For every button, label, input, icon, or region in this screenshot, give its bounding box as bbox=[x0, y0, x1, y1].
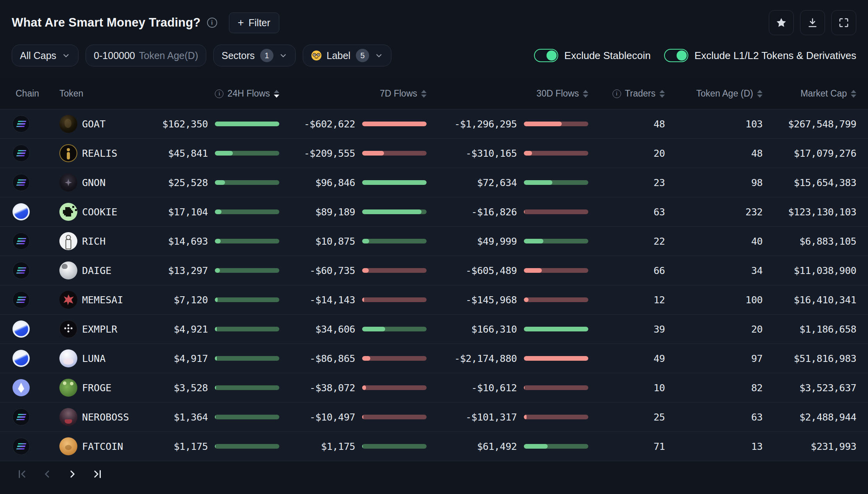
table-row[interactable]: EXMPLR $4,921 $34,606 $166,310 39 20 $1,… bbox=[0, 315, 868, 344]
smart-money-table: Chain Token i 24H Flows 7D Flows 30D Flo… bbox=[0, 78, 868, 461]
exclude-stablecoin-toggle[interactable]: Exclude Stablecoin bbox=[534, 49, 651, 62]
column-header-traders[interactable]: i Traders bbox=[588, 88, 665, 99]
last-page-button[interactable] bbox=[89, 466, 105, 482]
label-filter[interactable]: Label 5 bbox=[303, 45, 391, 66]
token-name: GOAT bbox=[82, 118, 105, 130]
market-cap-value: $1,186,658 bbox=[763, 324, 868, 335]
download-button[interactable] bbox=[800, 10, 825, 35]
toolbar-actions bbox=[769, 10, 856, 35]
flows-7d-bar bbox=[362, 415, 427, 419]
table-row[interactable]: MEMESAI $7,120 -$14,143 -$145,968 12 100… bbox=[0, 285, 868, 315]
table-row[interactable]: REALIS $45,841 -$209,555 -$310,165 20 48… bbox=[0, 139, 868, 168]
market-cap-value: $11,038,900 bbox=[763, 265, 868, 276]
last-page-icon bbox=[91, 468, 103, 480]
column-label: Market Cap bbox=[800, 88, 847, 99]
flows-7d-bar bbox=[362, 444, 427, 449]
column-label: 30D Flows bbox=[536, 88, 579, 99]
column-header-7d-flows[interactable]: 7D Flows bbox=[279, 88, 427, 99]
favorite-button[interactable] bbox=[769, 10, 794, 35]
table-header-row: Chain Token i 24H Flows 7D Flows 30D Flo… bbox=[0, 78, 868, 109]
token-age-value: 232 bbox=[665, 206, 763, 218]
previous-page-button[interactable] bbox=[39, 466, 55, 482]
cookie-token-icon bbox=[59, 203, 77, 221]
table-row[interactable]: FROGE $3,528 -$38,072 -$10,612 10 82 $3,… bbox=[0, 373, 868, 403]
table-row[interactable]: COOKIE $17,104 $89,189 -$16,826 63 232 $… bbox=[0, 197, 868, 227]
column-header-24h-flows[interactable]: i 24H Flows bbox=[168, 88, 279, 99]
token-age-value: 97 bbox=[665, 353, 763, 364]
flows-24h-bar bbox=[215, 268, 279, 273]
market-cap-value: $123,130,103 bbox=[763, 206, 868, 218]
flows-7d-bar bbox=[362, 385, 427, 390]
flows-24h-bar bbox=[215, 444, 279, 449]
table-row[interactable]: GNON $25,528 $96,846 $72,634 23 98 $15,6… bbox=[0, 168, 868, 197]
flows-24h-bar bbox=[215, 327, 279, 331]
fullscreen-icon bbox=[838, 17, 850, 29]
flows-7d-bar bbox=[362, 209, 427, 214]
page-title: What Are Smart Money Trading? bbox=[12, 16, 201, 30]
flows-30d-value: -$2,174,880 bbox=[454, 353, 517, 364]
flows-24h-cell: $1,364 bbox=[168, 412, 279, 423]
flows-24h-cell: $1,175 bbox=[168, 441, 279, 452]
star-icon bbox=[775, 17, 787, 29]
exclude-l1l2-toggle[interactable]: Exclude L1/L2 Tokens & Derivatives bbox=[664, 49, 856, 62]
flows-24h-value: $13,297 bbox=[168, 265, 208, 276]
table-row[interactable]: NEROBOSS $1,364 -$10,497 -$101,317 25 63… bbox=[0, 403, 868, 432]
exclude-l1l2-label: Exclude L1/L2 Tokens & Derivatives bbox=[695, 50, 856, 62]
info-icon: i bbox=[215, 89, 223, 98]
next-page-button[interactable] bbox=[64, 466, 80, 482]
fullscreen-button[interactable] bbox=[831, 10, 856, 35]
market-cap-filter[interactable]: All Caps bbox=[12, 45, 79, 66]
table-row[interactable]: FATCOIN $1,175 $1,175 $61,492 71 13 $231… bbox=[0, 432, 868, 461]
base-chain-icon bbox=[13, 320, 30, 338]
market-cap-value: $16,410,341 bbox=[763, 294, 868, 306]
solana-chain-icon bbox=[13, 145, 30, 162]
column-header-30d-flows[interactable]: 30D Flows bbox=[427, 88, 588, 99]
market-cap-value: $15,654,383 bbox=[763, 177, 868, 188]
token-name: GNON bbox=[82, 177, 105, 188]
toggle-switch-on[interactable] bbox=[534, 49, 558, 62]
add-filter-button[interactable]: + Filter bbox=[229, 13, 279, 33]
first-page-button[interactable] bbox=[14, 466, 30, 482]
token-age-value: 100 bbox=[665, 294, 763, 306]
token-age-value: 103 bbox=[665, 118, 763, 130]
flows-30d-bar bbox=[524, 151, 588, 156]
traders-value: 12 bbox=[588, 294, 665, 306]
flows-24h-value: $1,175 bbox=[174, 441, 208, 452]
flows-24h-value: $4,917 bbox=[174, 353, 208, 364]
froge-token-icon bbox=[59, 379, 77, 397]
token-age-filter[interactable]: 0-100000 Token Age(D) bbox=[86, 45, 206, 66]
token-age-value: 40 bbox=[665, 236, 763, 247]
flows-30d-cell: -$605,489 bbox=[427, 265, 588, 276]
sectors-filter-label: Sectors bbox=[221, 50, 255, 61]
toggle-switch-on[interactable] bbox=[664, 49, 688, 62]
traders-value: 71 bbox=[588, 441, 665, 452]
rich-token-icon bbox=[59, 232, 77, 250]
title-info-icon[interactable]: i bbox=[207, 18, 217, 28]
table-row[interactable]: DAIGE $13,297 -$60,735 -$605,489 66 34 $… bbox=[0, 256, 868, 285]
sort-icon bbox=[421, 90, 427, 98]
flows-7d-cell: -$10,497 bbox=[279, 412, 427, 423]
flows-24h-bar bbox=[215, 209, 279, 214]
flows-7d-value: -$14,143 bbox=[310, 294, 355, 306]
column-header-market-cap[interactable]: Market Cap bbox=[763, 88, 868, 99]
column-header-token-age[interactable]: Token Age (D) bbox=[665, 88, 763, 99]
sort-icon bbox=[757, 90, 763, 98]
neroboss-token-icon bbox=[59, 408, 77, 426]
flows-30d-value: $166,310 bbox=[472, 324, 517, 335]
table-row[interactable]: RICH $14,693 $10,875 $49,999 22 40 $6,88… bbox=[0, 227, 868, 256]
token-name: MEMESAI bbox=[82, 294, 123, 306]
sectors-filter[interactable]: Sectors 1 bbox=[213, 45, 296, 66]
solana-chain-icon bbox=[13, 262, 30, 279]
market-cap-value: $51,816,983 bbox=[763, 353, 868, 364]
flows-30d-cell: -$1,296,295 bbox=[427, 118, 588, 130]
column-header-token: Token bbox=[59, 88, 168, 99]
flows-24h-cell: $14,693 bbox=[168, 236, 279, 247]
column-label: Token Age (D) bbox=[696, 88, 753, 99]
flows-7d-value: -$209,555 bbox=[304, 148, 355, 159]
table-row[interactable]: GOAT $162,350 -$602,622 -$1,296,295 48 1… bbox=[0, 109, 868, 139]
flows-7d-value: -$10,497 bbox=[310, 412, 355, 423]
flows-30d-cell: -$10,612 bbox=[427, 382, 588, 394]
table-row[interactable]: LUNA $4,917 -$86,865 -$2,174,880 49 97 $… bbox=[0, 344, 868, 373]
token-name: COOKIE bbox=[82, 206, 117, 218]
flows-30d-bar bbox=[524, 297, 588, 302]
